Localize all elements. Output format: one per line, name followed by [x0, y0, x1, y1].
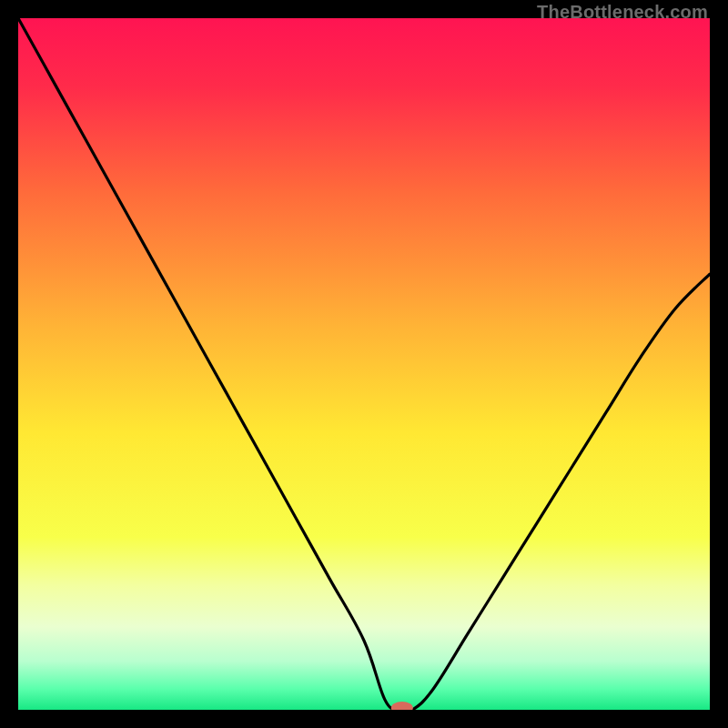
watermark-text: TheBottleneck.com	[537, 2, 708, 23]
plot-area	[18, 18, 710, 710]
chart-frame: TheBottleneck.com	[0, 0, 728, 728]
minimum-marker	[391, 702, 413, 710]
bottleneck-curve	[18, 18, 710, 710]
